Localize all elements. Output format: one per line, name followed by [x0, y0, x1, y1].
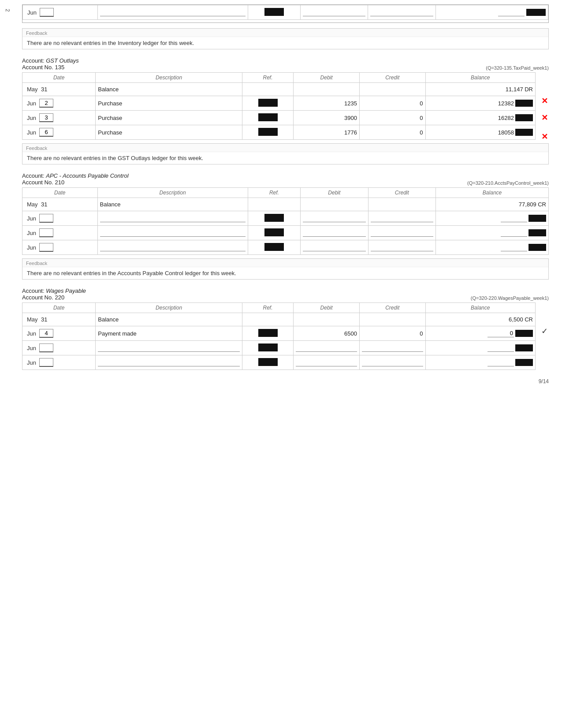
debit-input[interactable]: [303, 8, 365, 16]
apc-account-header: Account: APC - Accounts Payable Control …: [22, 172, 549, 186]
date-month: Jun: [27, 244, 39, 251]
debit-cell: [294, 355, 360, 370]
date-month: May: [27, 316, 39, 323]
apc-account-label: Account:: [22, 172, 45, 179]
wages-table-container: Date Description Ref. Debit Credit Balan…: [22, 302, 549, 370]
col-date: Date: [22, 73, 96, 83]
debit-input[interactable]: [303, 229, 366, 237]
wages-account-label: Account:: [22, 287, 45, 294]
apc-feedback-box: Feedback There are no relevant entries i…: [22, 258, 549, 280]
table-row: Jun Purchase 3900 0 16282: [22, 111, 536, 125]
apc-ledger-table: Date Description Ref. Debit Credit Balan…: [22, 187, 549, 255]
description-input[interactable]: [100, 8, 246, 16]
date-input[interactable]: [39, 128, 53, 137]
balance-input[interactable]: [488, 358, 514, 366]
inventory-table: Jun: [22, 4, 549, 23]
credit-input[interactable]: [370, 8, 433, 16]
ref-cell: [242, 341, 293, 355]
balance-input[interactable]: [498, 8, 525, 16]
balance-block: [526, 9, 546, 16]
col-date: Date: [22, 303, 96, 313]
date-input[interactable]: [39, 329, 53, 338]
date-month: Jun: [27, 115, 39, 121]
gst-account-name-line: Account: GST Outlays: [22, 57, 79, 64]
balance-input[interactable]: [501, 229, 527, 237]
ref-block: [264, 214, 284, 222]
description-cell: Payment made: [96, 326, 242, 341]
inventory-section: Jun: [22, 4, 549, 49]
date-input[interactable]: [39, 243, 53, 252]
table-row: Jun: [22, 211, 549, 226]
credit-input[interactable]: [371, 229, 434, 237]
gst-query: (Q=320-135.TaxPaid_week1): [486, 65, 549, 71]
balance-input[interactable]: [488, 344, 514, 352]
balance-cell: 16282: [425, 111, 535, 125]
side-label: 2: [4, 9, 11, 12]
credit-input[interactable]: [371, 214, 434, 222]
date-month: Jun: [27, 330, 39, 337]
inventory-feedback-label: Feedback: [22, 29, 548, 37]
balance-block: [515, 359, 533, 366]
debit-cell: [301, 240, 368, 255]
wages-account-no: Account No. 220: [22, 294, 86, 301]
wages-ledger-table: Date Description Ref. Debit Credit Balan…: [22, 302, 536, 370]
ref-cell: [242, 83, 293, 96]
ref-block: [258, 113, 278, 121]
description-cell: Balance: [97, 198, 248, 211]
credit-cell: [368, 226, 436, 240]
table-row: Jun: [22, 226, 549, 240]
date-input[interactable]: [39, 228, 53, 237]
debit-input[interactable]: [296, 344, 357, 352]
description-input[interactable]: [100, 214, 246, 222]
ref-block: [258, 128, 278, 136]
date-input[interactable]: [40, 8, 54, 17]
credit-cell: 0: [359, 96, 425, 111]
row-result-icon-1: ✕: [541, 96, 548, 106]
date-month: May: [27, 86, 39, 93]
date-input[interactable]: [39, 214, 53, 223]
date-month: Jun: [27, 9, 40, 16]
balance-num: 12382: [498, 100, 514, 107]
gst-feedback-label: Feedback: [22, 144, 548, 152]
ref-cell: [242, 111, 293, 125]
description-cell: [97, 211, 248, 226]
balance-cell: [436, 211, 549, 226]
balance-cell: [436, 240, 549, 255]
description-input[interactable]: [98, 358, 240, 366]
apc-feedback-text: There are no relevant entries in the Acc…: [22, 267, 548, 279]
balance-input[interactable]: [501, 243, 527, 251]
description-input[interactable]: [98, 344, 240, 352]
debit-input[interactable]: [303, 243, 366, 251]
date-input[interactable]: [39, 358, 53, 367]
balance-cell: 11,147 DR: [425, 83, 535, 96]
date-input[interactable]: [39, 113, 53, 122]
credit-cell: [368, 198, 436, 211]
row-result-icon-2: ✕: [541, 113, 548, 123]
col-ref: Ref.: [242, 73, 293, 83]
description-input[interactable]: [100, 243, 246, 251]
date-val: 31: [39, 201, 49, 208]
credit-cell: [359, 355, 425, 370]
apc-account-no: Account No. 210: [22, 179, 129, 186]
balance-input[interactable]: [501, 214, 527, 222]
date-input[interactable]: [39, 99, 53, 108]
gst-account-no: Account No. 135: [22, 64, 79, 71]
apc-feedback-label: Feedback: [22, 259, 548, 267]
apc-account-info: Account: APC - Accounts Payable Control …: [22, 172, 129, 186]
date-input[interactable]: [39, 343, 53, 352]
credit-cell: [368, 240, 436, 255]
ref-block: [258, 329, 278, 337]
col-credit: Credit: [368, 188, 436, 198]
debit-input[interactable]: [296, 358, 357, 366]
gst-account-label: Account:: [22, 57, 45, 64]
credit-input[interactable]: [362, 358, 423, 366]
balance-input[interactable]: [488, 329, 514, 337]
credit-input[interactable]: [371, 243, 434, 251]
page-number: 9/14: [539, 378, 549, 385]
description-input[interactable]: [100, 229, 246, 237]
credit-cell: 0: [359, 326, 425, 341]
ref-cell: [248, 198, 300, 211]
credit-input[interactable]: [362, 344, 423, 352]
debit-input[interactable]: [303, 214, 366, 222]
description-cell: Purchase: [96, 125, 242, 140]
